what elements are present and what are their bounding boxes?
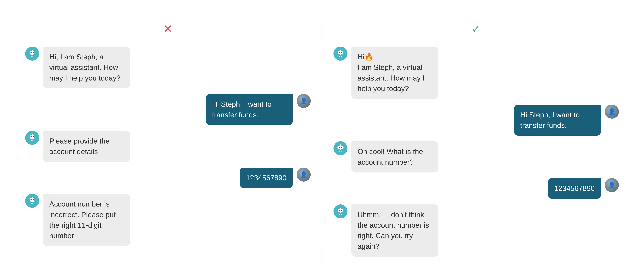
svg-rect-19 xyxy=(32,140,33,141)
right-bubble-5: Uhmm....I don't think the account number… xyxy=(352,204,438,257)
svg-point-3 xyxy=(33,52,34,53)
right-message-3: Oh cool! What is the account number? xyxy=(334,141,619,172)
svg-rect-16 xyxy=(29,137,30,137)
svg-rect-21 xyxy=(32,135,32,136)
user-avatar-img-right-1: 👤 xyxy=(605,104,619,118)
left-message-4: 👤 1234567890 xyxy=(25,168,311,188)
svg-rect-52 xyxy=(341,150,342,152)
svg-rect-38 xyxy=(338,53,338,53)
user-avatar-right-1: 👤 xyxy=(605,104,619,118)
svg-point-14 xyxy=(33,136,34,137)
svg-point-24 xyxy=(30,199,32,200)
svg-rect-32 xyxy=(32,198,32,198)
svg-rect-18 xyxy=(31,140,32,141)
svg-rect-29 xyxy=(31,203,32,204)
svg-rect-60 xyxy=(338,210,338,211)
svg-rect-61 xyxy=(343,210,344,211)
right-bubble-1: Hi🔥 I am Steph, a virtual assistant. How… xyxy=(352,46,438,99)
svg-rect-30 xyxy=(32,203,33,204)
svg-rect-65 xyxy=(340,208,340,209)
user-avatar-img-left-1: 👤 xyxy=(297,94,311,108)
svg-rect-8 xyxy=(32,56,33,57)
svg-rect-6 xyxy=(34,53,35,53)
svg-rect-63 xyxy=(341,214,342,215)
svg-rect-40 xyxy=(339,56,340,57)
svg-rect-50 xyxy=(343,148,344,148)
svg-rect-51 xyxy=(339,150,340,152)
svg-point-35 xyxy=(339,52,340,53)
svg-rect-26 xyxy=(31,202,33,202)
svg-rect-28 xyxy=(34,200,35,200)
left-bubble-3: Please provide the account details xyxy=(43,131,130,162)
left-bubble-5: Account number is incorrect. Please put … xyxy=(43,194,130,246)
bot-avatar-left-2 xyxy=(25,131,39,145)
user-avatar-right-2: 👤 xyxy=(605,178,619,192)
svg-point-2 xyxy=(30,52,32,53)
bot-avatar-right-2 xyxy=(334,141,348,155)
left-message-1: Hi, I am Steph, a virtual assistant. How… xyxy=(25,46,311,88)
left-bubble-4: 1234567890 xyxy=(240,168,292,188)
svg-rect-15 xyxy=(31,138,33,139)
left-message-2: 👤 Hi Steph, I want to transfer funds. xyxy=(25,94,311,125)
user-avatar-left-2: 👤 xyxy=(297,168,311,182)
user-avatar-left-1: 👤 xyxy=(297,94,311,108)
good-indicator: ✓ xyxy=(472,22,481,36)
svg-point-46 xyxy=(339,146,340,148)
right-bubble-4: 1234567890 xyxy=(548,178,601,199)
svg-rect-4 xyxy=(31,54,33,55)
svg-rect-10 xyxy=(32,50,32,52)
left-bubble-1: Hi, I am Steph, a virtual assistant. How… xyxy=(43,46,130,88)
svg-rect-39 xyxy=(343,53,344,53)
svg-rect-27 xyxy=(29,200,30,200)
svg-rect-59 xyxy=(340,212,341,213)
user-avatar-img-left-2: 👤 xyxy=(297,168,311,182)
svg-point-47 xyxy=(341,146,342,148)
left-chat-area: Hi, I am Steph, a virtual assistant. How… xyxy=(25,46,311,246)
right-message-5: Uhmm....I don't think the account number… xyxy=(334,204,619,257)
svg-rect-37 xyxy=(340,54,341,55)
svg-rect-54 xyxy=(340,145,340,146)
svg-rect-43 xyxy=(340,50,340,52)
main-container: ✕ xyxy=(14,14,630,266)
svg-point-25 xyxy=(33,199,34,200)
right-bubble-2: Hi Steph, I want to transfer funds. xyxy=(514,104,601,136)
left-panel: ✕ xyxy=(14,14,322,254)
svg-point-58 xyxy=(341,210,342,211)
right-bubble-3: Oh cool! What is the account number? xyxy=(352,141,438,172)
left-message-3: Please provide the account details xyxy=(25,131,311,162)
svg-rect-41 xyxy=(341,56,342,57)
svg-rect-48 xyxy=(340,149,341,150)
user-avatar-img-right-2: 👤 xyxy=(605,178,619,192)
svg-rect-7 xyxy=(31,56,32,57)
bot-avatar-left-1 xyxy=(25,46,39,60)
svg-point-57 xyxy=(339,210,340,211)
left-message-5: Account number is incorrect. Please put … xyxy=(25,194,311,246)
right-message-2: 👤 Hi Steph, I want to transfer funds. xyxy=(334,104,619,136)
svg-rect-49 xyxy=(338,148,338,148)
left-bubble-2: Hi Steph, I want to transfer funds. xyxy=(206,94,293,125)
bot-avatar-right-1 xyxy=(334,46,348,60)
bot-avatar-right-3 xyxy=(334,204,348,218)
svg-rect-17 xyxy=(34,137,35,137)
bad-indicator: ✕ xyxy=(163,22,172,36)
right-message-1: Hi🔥 I am Steph, a virtual assistant. How… xyxy=(334,46,619,99)
svg-rect-5 xyxy=(29,53,30,53)
right-panel: ✓ xyxy=(322,14,630,265)
bot-avatar-left-3 xyxy=(25,194,39,208)
svg-point-36 xyxy=(341,52,342,53)
right-message-4: 👤 1234567890 xyxy=(334,178,619,199)
svg-rect-62 xyxy=(339,214,340,215)
svg-point-13 xyxy=(30,136,32,137)
right-chat-area: Hi🔥 I am Steph, a virtual assistant. How… xyxy=(334,46,619,256)
